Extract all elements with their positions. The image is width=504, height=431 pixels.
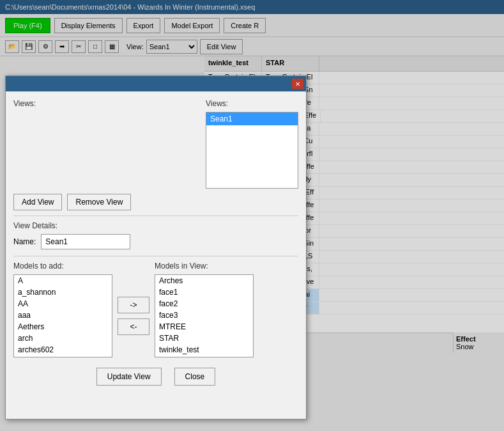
arrow-buttons: -> <- [118, 274, 149, 357]
models-in-view-section: Models in View: Arches face1 face2 face3… [155, 262, 254, 357]
remove-view-button[interactable]: Remove View [67, 194, 131, 210]
list-item[interactable]: Aethers [14, 321, 112, 333]
list-item[interactable]: STAR [155, 333, 253, 344]
views-list-item[interactable]: Sean1 [206, 113, 298, 125]
list-item[interactable]: face1 [155, 286, 253, 298]
bottom-btn-row: Update View Close [13, 368, 298, 386]
divider-2 [13, 256, 298, 256]
list-item[interactable]: twinkle_test [155, 344, 253, 356]
list-item[interactable]: a_shannon [14, 286, 112, 298]
modal-overlay: ✕ Views: Views: Sean1 Add View [0, 0, 504, 431]
name-row: Name: [13, 234, 298, 249]
move-left-button[interactable]: <- [118, 318, 149, 335]
left-blank-area: Views: [13, 99, 198, 189]
add-remove-btn-row: Add View Remove View [13, 194, 298, 210]
modal-close-button[interactable]: ✕ [292, 79, 303, 89]
divider-1 [13, 216, 298, 216]
views-right-section: Views: Sean1 [206, 99, 298, 189]
add-view-button[interactable]: Add View [13, 194, 62, 210]
list-item[interactable]: face3 [155, 310, 253, 321]
close-button[interactable]: Close [174, 368, 216, 386]
list-item[interactable]: A [14, 275, 112, 286]
view-details-label: View Details: [13, 221, 57, 230]
models-to-add-label: Models to add: [13, 262, 112, 270]
list-item[interactable]: arches602 [14, 344, 112, 356]
list-item[interactable]: face2 [155, 298, 253, 310]
view-details-section: View Details: Name: [13, 221, 298, 249]
models-to-add-section: Models to add: A a_shannon AA aaa Aether… [13, 262, 112, 357]
models-section: Models to add: A a_shannon AA aaa Aether… [13, 262, 298, 357]
list-item[interactable]: Arches [155, 275, 253, 286]
name-input[interactable] [41, 234, 130, 249]
move-right-button[interactable]: -> [118, 297, 149, 313]
name-label: Name: [13, 237, 36, 246]
modal-title-bar: ✕ [6, 76, 306, 91]
models-in-view-list[interactable]: Arches face1 face2 face3 MTREE STAR twin… [155, 274, 254, 357]
views-list[interactable]: Sean1 [206, 112, 298, 189]
models-in-view-label: Models in View: [155, 262, 254, 270]
models-to-add-list[interactable]: A a_shannon AA aaa Aethers arch arches60… [13, 274, 112, 357]
update-view-button[interactable]: Update View [96, 368, 162, 386]
list-item[interactable]: AA [14, 298, 112, 310]
list-item[interactable]: MTREE [155, 321, 253, 333]
list-item[interactable]: arch [14, 333, 112, 344]
views-list-label: Views: [206, 99, 298, 108]
modal-body: Views: Views: Sean1 Add View Remove View… [6, 91, 306, 393]
views-main-label: Views: [13, 99, 36, 108]
views-top-section: Views: Views: Sean1 [13, 99, 298, 189]
list-item[interactable]: R [14, 356, 112, 357]
modal-dialog: ✕ Views: Views: Sean1 Add View [5, 75, 307, 419]
list-item[interactable]: aaa [14, 310, 112, 321]
